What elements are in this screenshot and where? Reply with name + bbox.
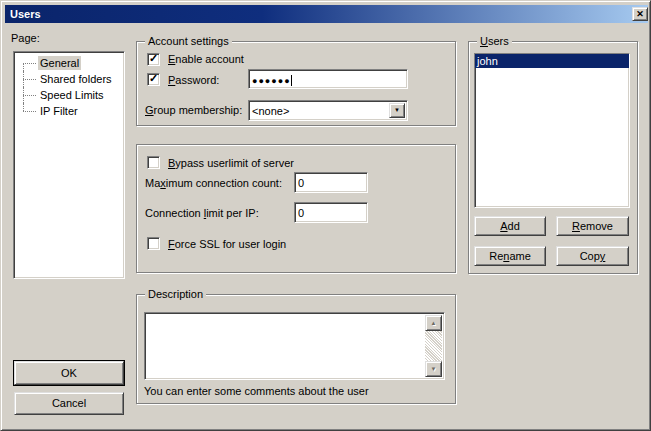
remove-user-button-label: Remove [572, 220, 613, 232]
scroll-up-button[interactable]: ▲ [425, 315, 442, 331]
group-membership-select[interactable]: <none> ▼ [248, 100, 408, 121]
user-list-item[interactable]: john [475, 54, 629, 68]
page-item-label: IP Filter [38, 104, 80, 118]
close-button[interactable]: ✕ [632, 7, 648, 21]
users-listbox[interactable]: john [474, 53, 630, 208]
users-group-label: Users [477, 35, 512, 47]
force-ssl-label: Force SSL for user login [168, 238, 286, 250]
page-item-label: Speed Limits [38, 88, 106, 102]
tree-connector [23, 55, 36, 71]
window-title: Users [10, 8, 41, 20]
force-ssl-checkbox[interactable] [147, 237, 160, 250]
password-input[interactable]: ●●●●●● [248, 69, 408, 89]
scroll-up-icon: ▲ [431, 320, 437, 326]
max-connections-label: Maximum connection count: [145, 177, 282, 189]
add-user-button-label: Add [500, 220, 520, 232]
bypass-userlimit-label: Bypass userlimit of server [168, 157, 294, 169]
page-item-ip-filter[interactable]: IP Filter [14, 103, 124, 119]
description-group-label: Description [145, 288, 206, 300]
max-connections-input[interactable]: 0 [294, 172, 368, 193]
enable-account-label: Enable account [168, 53, 244, 65]
page-item-general[interactable]: General [14, 55, 124, 71]
dropdown-button[interactable]: ▼ [389, 103, 405, 118]
ok-button-label: OK [61, 367, 77, 379]
cancel-button[interactable]: Cancel [14, 392, 124, 415]
text-caret [291, 75, 292, 86]
users-dialog: Users ✕ Page: General Shared folders Spe… [0, 0, 651, 431]
chevron-down-icon: ▼ [394, 107, 400, 113]
close-icon: ✕ [636, 9, 644, 19]
tree-connector [23, 71, 36, 87]
cancel-button-label: Cancel [52, 397, 86, 409]
page-item-speed-limits[interactable]: Speed Limits [14, 87, 124, 103]
copy-user-button-label: Copy [580, 250, 606, 262]
group-membership-value: <none> [252, 105, 289, 117]
page-label: Page: [11, 32, 40, 44]
ok-button[interactable]: OK [14, 361, 124, 385]
rename-user-button-label: Rename [489, 250, 531, 262]
page-item-shared-folders[interactable]: Shared folders [14, 71, 124, 87]
bypass-userlimit-checkbox[interactable] [147, 156, 160, 169]
max-connections-value: 0 [298, 177, 304, 189]
page-tree[interactable]: General Shared folders Speed Limits IP F… [13, 51, 125, 279]
account-settings-group-label: Account settings [145, 35, 232, 47]
per-ip-limit-input[interactable]: 0 [294, 202, 368, 223]
description-textarea[interactable]: ▲ ▼ [144, 312, 445, 380]
password-checkbox[interactable]: ✓ [147, 73, 160, 86]
page-item-label: General [38, 56, 81, 70]
check-icon: ✓ [149, 72, 158, 85]
enable-account-checkbox[interactable]: ✓ [147, 53, 160, 66]
add-user-button[interactable]: Add [474, 216, 546, 236]
password-masked-value: ●●●●●● [252, 76, 291, 86]
copy-user-button[interactable]: Copy [556, 246, 629, 266]
check-icon: ✓ [149, 52, 158, 65]
remove-user-button[interactable]: Remove [556, 216, 629, 236]
description-hint: You can enter some comments about the us… [144, 385, 369, 397]
per-ip-limit-label: Connection limit per IP: [145, 207, 259, 219]
tree-connector [23, 103, 36, 119]
title-bar[interactable]: Users [5, 5, 648, 23]
tree-connector [23, 87, 36, 103]
scroll-down-button[interactable]: ▼ [425, 361, 442, 377]
group-membership-label: Group membership: [145, 104, 242, 116]
user-name: john [477, 55, 498, 67]
scroll-down-icon: ▼ [431, 366, 437, 372]
per-ip-limit-value: 0 [298, 207, 304, 219]
description-scrollbar[interactable]: ▲ ▼ [425, 315, 442, 377]
page-item-label: Shared folders [38, 72, 114, 86]
rename-user-button[interactable]: Rename [474, 246, 546, 266]
password-label: Password: [168, 74, 219, 86]
